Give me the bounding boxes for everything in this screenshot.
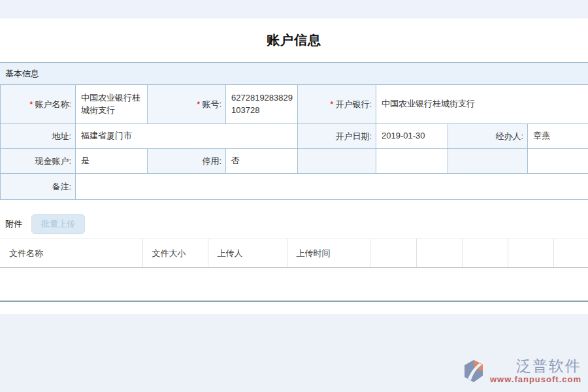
- bank-value: 中国农业银行桂城街支行: [376, 85, 588, 124]
- section-header-basic-info: 基本信息: [0, 62, 588, 84]
- content-bottom-divider: [0, 268, 588, 302]
- operator-label: 经办人:: [448, 124, 528, 149]
- col-header-empty: [416, 239, 462, 268]
- col-header-upload-time: 上传时间: [287, 239, 370, 268]
- page-title: 账户信息: [267, 31, 321, 49]
- remark-label: 备注:: [1, 174, 76, 200]
- required-asterisk: *: [29, 99, 33, 109]
- empty-value-cell: [376, 149, 448, 174]
- attachments-title: 附件: [5, 218, 22, 230]
- operator-value: 章燕: [528, 124, 588, 149]
- brand-url: www.fanpusoft.com: [490, 374, 581, 384]
- empty-value-cell: [528, 149, 588, 174]
- white-strip: [0, 302, 588, 314]
- batch-upload-button[interactable]: 批量上传: [31, 214, 85, 234]
- section-header-label: 基本信息: [5, 68, 39, 80]
- required-asterisk: *: [330, 99, 333, 109]
- title-area: 账户信息: [0, 18, 588, 62]
- open-date-label: 开户日期:: [298, 124, 376, 149]
- account-name-label: *账户名称:: [1, 85, 76, 124]
- fanpu-logo-icon: [460, 358, 487, 385]
- account-no-label: *账号:: [148, 85, 226, 124]
- brand-texts: 泛普软件 www.fanpusoft.com: [490, 358, 581, 384]
- col-header-empty: [370, 239, 416, 268]
- table-row: 现金账户: 是 停用: 否: [1, 149, 588, 174]
- footer: 泛普软件 www.fanpusoft.com: [0, 314, 588, 392]
- spacer: [0, 200, 588, 215]
- top-bar: [0, 0, 588, 18]
- attachments-bar: 附件 批量上传: [0, 215, 588, 233]
- col-header-file-name: 文件名称: [0, 239, 142, 268]
- address-label: 地址:: [1, 124, 76, 149]
- address-value: 福建省厦门市: [76, 124, 298, 149]
- account-info-table: *账户名称: 中国农业银行桂城街支行 *账号: 6272819283829103…: [0, 84, 588, 200]
- remark-value: [76, 174, 588, 200]
- table-row: 地址: 福建省厦门市 开户日期: 2019-01-30 经办人: 章燕: [1, 124, 588, 149]
- bank-label: *开户银行:: [298, 85, 376, 124]
- cash-account-label: 现金账户:: [1, 149, 76, 174]
- account-no-value: 6272819283829103728: [226, 85, 298, 124]
- attachments-table: 文件名称 文件大小 上传人 上传时间: [0, 238, 588, 268]
- col-header-uploader: 上传人: [208, 239, 287, 268]
- col-header-empty: [508, 239, 553, 268]
- empty-label-cell: [298, 149, 376, 174]
- disabled-label: 停用:: [148, 149, 226, 174]
- fanpu-logo[interactable]: 泛普软件 www.fanpusoft.com: [460, 358, 581, 385]
- open-date-value: 2019-01-30: [376, 124, 448, 149]
- col-header-file-size: 文件大小: [142, 239, 208, 268]
- account-name-value: 中国农业银行桂城街支行: [76, 85, 148, 124]
- col-header-empty: [462, 239, 508, 268]
- empty-label-cell: [448, 149, 528, 174]
- required-asterisk: *: [197, 99, 200, 109]
- table-row: 备注:: [1, 174, 588, 200]
- brand-name: 泛普软件: [516, 358, 581, 374]
- col-header-empty: [553, 239, 588, 268]
- disabled-value: 否: [226, 149, 298, 174]
- cash-account-value: 是: [76, 149, 148, 174]
- attachments-header-row: 文件名称 文件大小 上传人 上传时间: [0, 239, 588, 268]
- table-row: *账户名称: 中国农业银行桂城街支行 *账号: 6272819283829103…: [1, 85, 588, 124]
